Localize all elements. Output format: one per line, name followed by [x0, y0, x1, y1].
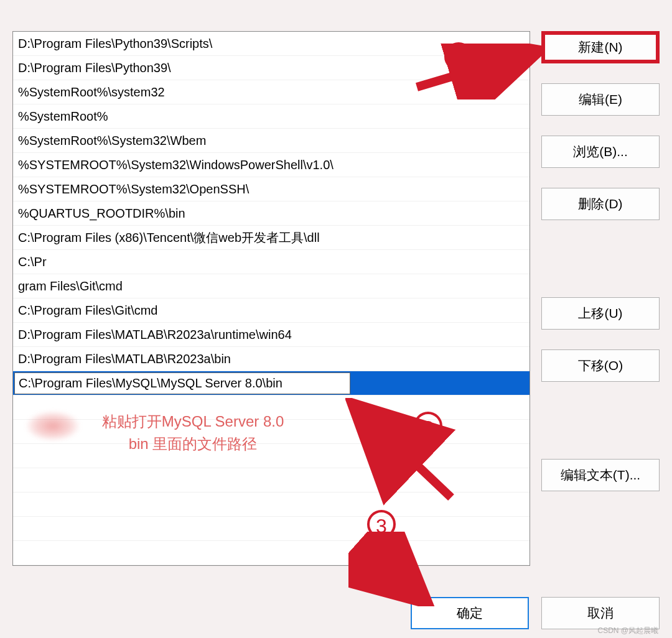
- list-item[interactable]: gram Files\Git\cmd: [13, 274, 530, 298]
- step2-badge-icon: 2: [414, 412, 442, 440]
- list-item[interactable]: [13, 541, 530, 565]
- list-item[interactable]: %SYSTEMROOT%\System32\WindowsPowerShell\…: [13, 153, 530, 177]
- path-edit-input[interactable]: [14, 372, 350, 394]
- list-item[interactable]: %SystemRoot%\system32: [13, 80, 530, 104]
- list-item[interactable]: D:\Program Files\MATLAB\R2023a\runtime\w…: [13, 323, 530, 347]
- browse-button[interactable]: 浏览(B)...: [541, 136, 660, 168]
- list-item[interactable]: [13, 492, 530, 517]
- list-item-editing[interactable]: [13, 371, 530, 395]
- list-item[interactable]: C:\Pr: [13, 250, 530, 274]
- step1-badge-icon: 1: [444, 42, 473, 71]
- list-item[interactable]: [13, 468, 530, 492]
- hint-text: 粘贴打开MySQL Server 8.0 bin 里面的文件路径: [81, 410, 305, 455]
- new-button[interactable]: 新建(N): [541, 31, 660, 63]
- edit-text-button[interactable]: 编辑文本(T)...: [541, 459, 660, 491]
- watermark-text: CSDN @风起晨曦: [597, 626, 658, 636]
- cancel-button[interactable]: 取消: [541, 597, 660, 629]
- list-item[interactable]: %SystemRoot%\System32\Wbem: [13, 129, 530, 153]
- button-column: 新建(N) 编辑(E) 浏览(B)... 删除(D) 上移(U) 下移(O) 编…: [541, 31, 660, 566]
- move-up-button[interactable]: 上移(U): [541, 297, 660, 330]
- list-item[interactable]: C:\Program Files (x86)\Tencent\微信web开发者工…: [13, 226, 530, 250]
- list-item[interactable]: %SYSTEMROOT%\System32\OpenSSH\: [13, 177, 530, 201]
- move-down-button[interactable]: 下移(O): [541, 349, 660, 382]
- delete-button[interactable]: 删除(D): [541, 188, 660, 220]
- smudge-icon: [25, 410, 81, 442]
- list-item[interactable]: %SystemRoot%: [13, 104, 530, 129]
- list-item[interactable]: [13, 517, 530, 541]
- list-item[interactable]: D:\Program Files\MATLAB\R2023a\bin: [13, 347, 530, 371]
- list-item[interactable]: C:\Program Files\Git\cmd: [13, 298, 530, 323]
- list-item[interactable]: %QUARTUS_ROOTDIR%\bin: [13, 201, 530, 226]
- edit-button[interactable]: 编辑(E): [541, 83, 660, 116]
- step3-badge-icon: 3: [367, 510, 396, 539]
- path-listbox[interactable]: D:\Program Files\Python39\Scripts\ D:\Pr…: [12, 31, 530, 566]
- ok-button[interactable]: 确定: [411, 597, 529, 629]
